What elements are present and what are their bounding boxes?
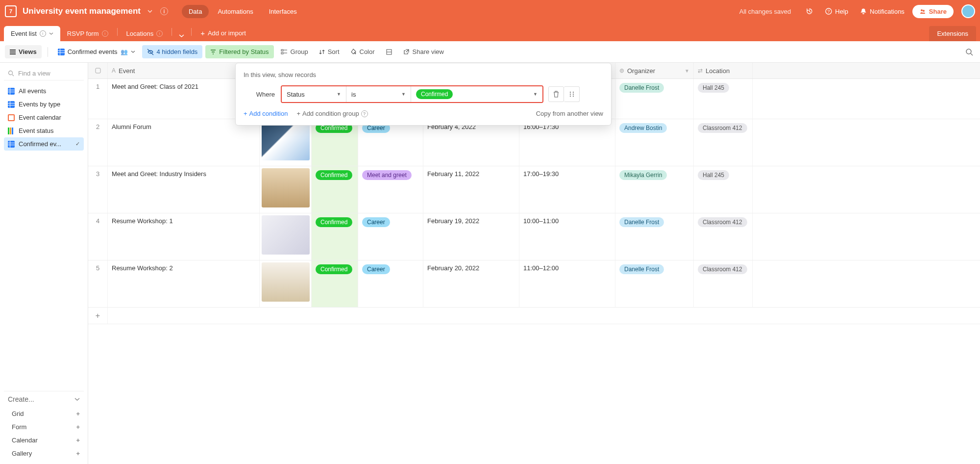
- sidebar-view-item[interactable]: Event calendar: [4, 111, 84, 124]
- create-grid[interactable]: Grid+: [4, 407, 84, 420]
- cell-location[interactable]: Hall 245: [694, 79, 753, 119]
- cell-date[interactable]: February 4, 2022: [423, 119, 519, 166]
- tab-label: Event list: [11, 30, 37, 37]
- hidden-fields-button[interactable]: 4 hidden fields: [142, 45, 203, 58]
- add-or-import[interactable]: + Add or import: [194, 25, 253, 41]
- user-avatar[interactable]: [961, 4, 975, 18]
- filter-button[interactable]: Filtered by Status: [205, 45, 273, 58]
- search-button[interactable]: [963, 46, 975, 58]
- table-row[interactable]: 4Resume Workshop: 1ConfirmedCareerFebrua…: [88, 213, 980, 260]
- cell-photo[interactable]: [260, 260, 312, 307]
- cell-time[interactable]: 11:00–12:00: [519, 260, 615, 307]
- cell-organizer[interactable]: Danelle Frost: [615, 79, 694, 119]
- create-gallery[interactable]: Gallery+: [4, 447, 84, 460]
- notifications-button[interactable]: Notifications: [860, 8, 905, 15]
- nav-interfaces[interactable]: Interfaces: [262, 5, 304, 18]
- history-button[interactable]: [806, 7, 813, 15]
- cell-date[interactable]: February 19, 2022: [423, 213, 519, 260]
- event-photo-thumb[interactable]: [262, 215, 310, 255]
- add-condition-group-button[interactable]: + Add condition group ?: [296, 110, 368, 117]
- delete-condition-button[interactable]: [548, 86, 564, 102]
- info-icon[interactable]: i: [160, 7, 168, 15]
- cell-location[interactable]: Classroom 412: [694, 119, 753, 166]
- cell-type[interactable]: Meet and greet: [358, 166, 423, 213]
- tab-event-list[interactable]: Event list i: [4, 26, 60, 41]
- copy-from-view-button[interactable]: Copy from another view: [536, 110, 603, 117]
- select-all-checkbox[interactable]: [88, 63, 108, 78]
- sort-button[interactable]: Sort: [315, 45, 343, 58]
- cell-photo[interactable]: [260, 166, 312, 213]
- nav-data[interactable]: Data: [182, 5, 209, 18]
- create-form[interactable]: Form+: [4, 420, 84, 434]
- cell-organizer[interactable]: Andrew Bostin: [615, 119, 694, 166]
- cell-photo[interactable]: [260, 213, 312, 260]
- create-calendar[interactable]: Calendar+: [4, 434, 84, 447]
- cell-time[interactable]: 17:00–19:30: [519, 166, 615, 213]
- view-label: Confirmed ev...: [19, 140, 61, 148]
- filter-field-select[interactable]: Status ▼: [282, 86, 346, 102]
- add-group-label: Add condition group: [302, 110, 359, 117]
- cell-status[interactable]: Confirmed: [312, 213, 358, 260]
- filter-value-select[interactable]: Confirmed ▼: [411, 86, 542, 102]
- chevron-down-icon[interactable]: [147, 10, 152, 13]
- cell-status[interactable]: Confirmed: [312, 119, 358, 166]
- tab-locations[interactable]: Locations i: [120, 26, 170, 41]
- find-view-input[interactable]: Find a view: [4, 67, 84, 80]
- table-row[interactable]: 3Meet and Greet: Industry InsidersConfir…: [88, 166, 980, 213]
- share-view-button[interactable]: Share view: [399, 45, 448, 58]
- help-button[interactable]: ? Help: [825, 8, 848, 15]
- tab-rsvp-form[interactable]: RSVP form i: [60, 26, 115, 41]
- column-header-location[interactable]: ⇄ Location: [694, 63, 753, 78]
- base-title[interactable]: University event management: [23, 6, 141, 16]
- sidebar-view-item[interactable]: Events by type: [4, 98, 84, 111]
- row-height-button[interactable]: [382, 46, 396, 58]
- cell-location[interactable]: Hall 245: [694, 166, 753, 213]
- table-row[interactable]: 2Alumni ForumConfirmedCareerFebruary 4, …: [88, 119, 980, 166]
- cell-organizer[interactable]: Danelle Frost: [615, 213, 694, 260]
- row-height-icon: [386, 49, 392, 55]
- sidebar-view-item[interactable]: Event status: [4, 124, 84, 137]
- column-header-organizer[interactable]: ⊚ Organizer ▼: [615, 63, 694, 78]
- cell-event[interactable]: Alumni Forum: [108, 119, 260, 166]
- cell-photo[interactable]: [260, 119, 312, 166]
- cell-event[interactable]: Resume Workshop: 2: [108, 260, 260, 307]
- cell-type[interactable]: Career: [358, 213, 423, 260]
- cell-time[interactable]: 10:00–11:00: [519, 213, 615, 260]
- color-button[interactable]: Color: [346, 45, 379, 58]
- group-button[interactable]: Group: [277, 45, 312, 58]
- create-label: Create...: [8, 395, 34, 403]
- cell-organizer[interactable]: Danelle Frost: [615, 260, 694, 307]
- cell-status[interactable]: Confirmed: [312, 260, 358, 307]
- type-tag: Meet and greet: [362, 170, 412, 180]
- cell-time[interactable]: 16:00–17:30: [519, 119, 615, 166]
- drag-condition-handle[interactable]: [564, 86, 580, 102]
- cell-event[interactable]: Meet and Greet: Industry Insiders: [108, 166, 260, 213]
- add-condition-button[interactable]: + Add condition: [244, 110, 288, 117]
- cell-type[interactable]: Career: [358, 119, 423, 166]
- share-button[interactable]: Share: [912, 5, 954, 18]
- tabs-overflow[interactable]: [174, 30, 189, 41]
- cell-date[interactable]: February 11, 2022: [423, 166, 519, 213]
- cell-type[interactable]: Career: [358, 260, 423, 307]
- create-header[interactable]: Create...: [4, 391, 84, 407]
- filter-label: Filtered by Status: [219, 48, 269, 55]
- cell-location[interactable]: Classroom 412: [694, 213, 753, 260]
- event-photo-thumb[interactable]: [262, 168, 310, 207]
- sidebar-view-item[interactable]: All events: [4, 84, 84, 98]
- sidebar-view-item[interactable]: Confirmed ev...✓: [4, 137, 84, 151]
- event-photo-thumb[interactable]: [262, 121, 310, 160]
- add-row[interactable]: +: [88, 308, 980, 324]
- event-photo-thumb[interactable]: [262, 262, 310, 302]
- nav-automations[interactable]: Automations: [211, 5, 260, 18]
- table-row[interactable]: 5Resume Workshop: 2ConfirmedCareerFebrua…: [88, 260, 980, 308]
- views-toggle[interactable]: Views: [5, 45, 42, 58]
- cell-date[interactable]: February 20, 2022: [423, 260, 519, 307]
- extensions-button[interactable]: Extensions: [929, 26, 976, 41]
- cell-status[interactable]: Confirmed: [312, 166, 358, 213]
- current-view[interactable]: Confirmed events 👥: [54, 45, 139, 58]
- cell-event[interactable]: Resume Workshop: 1: [108, 213, 260, 260]
- cell-organizer[interactable]: Mikayla Gerrin: [615, 166, 694, 213]
- filter-operator-select[interactable]: is ▼: [346, 86, 411, 102]
- base-logo[interactable]: 7: [5, 5, 17, 17]
- cell-location[interactable]: Classroom 412: [694, 260, 753, 307]
